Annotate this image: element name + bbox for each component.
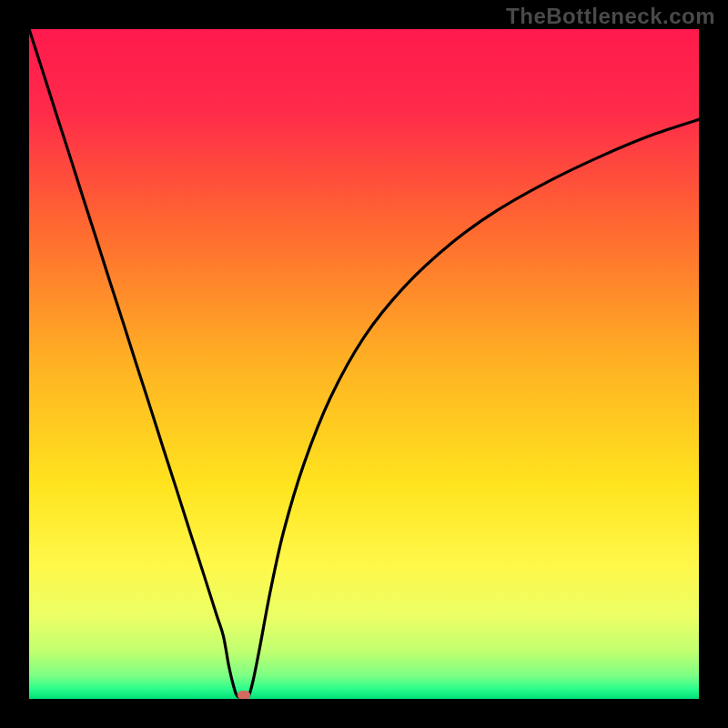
curve-left-branch xyxy=(29,29,244,699)
plot-area xyxy=(29,29,699,699)
chart-frame: TheBottleneck.com xyxy=(0,0,728,728)
watermark-text: TheBottleneck.com xyxy=(506,4,715,29)
minimum-marker xyxy=(238,691,250,699)
curve-right-branch xyxy=(244,119,699,699)
curve-plot xyxy=(29,29,699,699)
